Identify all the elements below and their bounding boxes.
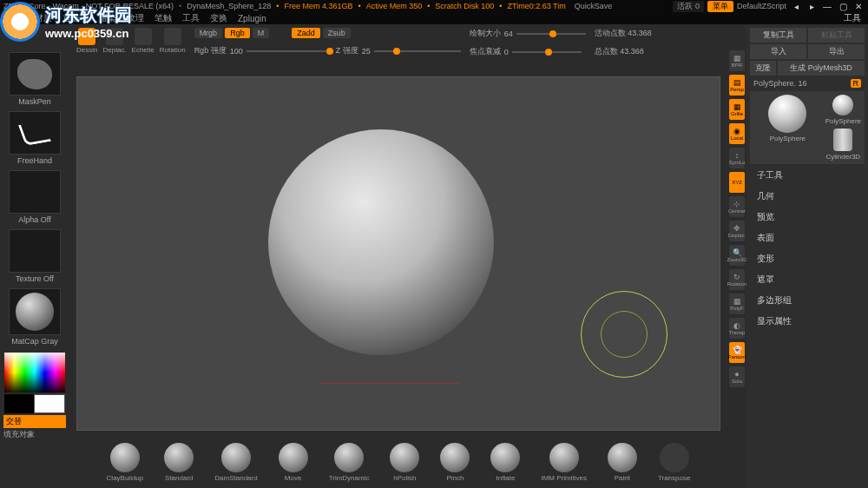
rotation-button[interactable]: ↻Rotation bbox=[729, 269, 745, 290]
symlo-button[interactable]: ↕SymLo bbox=[729, 148, 745, 168]
section-surface[interactable]: 表面 bbox=[750, 228, 865, 247]
focal-shift-slider[interactable]: 焦点衰减 0 bbox=[470, 46, 586, 57]
mode-echelle[interactable]: Echelle bbox=[132, 28, 155, 54]
menu-item[interactable]: 变换 bbox=[210, 12, 227, 24]
local-button[interactable]: ◉Local bbox=[729, 123, 745, 144]
fill-toggle[interactable]: 交替 bbox=[3, 415, 66, 428]
section-preview[interactable]: 预览 bbox=[750, 208, 865, 227]
menu-item[interactable]: Zplugin bbox=[238, 14, 266, 23]
transp-button[interactable]: ◐Transp bbox=[729, 318, 745, 339]
draw-size-slider[interactable]: 绘制大小 64 bbox=[470, 28, 586, 39]
material-thumb[interactable] bbox=[9, 288, 61, 335]
tool-polysphere-active[interactable]: PolySphere bbox=[753, 95, 822, 161]
centrer-button[interactable]: ⊹Centrer bbox=[729, 196, 745, 217]
texture-thumb[interactable] bbox=[9, 229, 61, 273]
grille-button[interactable]: ▦Grille bbox=[729, 99, 745, 120]
brush-move[interactable]: Move bbox=[279, 443, 308, 482]
menu-item[interactable]: 首选项 bbox=[62, 12, 89, 24]
stroke-label: FreeHand bbox=[17, 156, 52, 165]
min-icon[interactable]: — bbox=[821, 2, 833, 11]
solo-button[interactable]: ●Solo bbox=[729, 366, 745, 387]
bpr-button[interactable]: ▦BPR bbox=[729, 50, 745, 71]
zsub-button[interactable]: Zsub bbox=[323, 28, 351, 38]
fantom-button[interactable]: 👻Fantom bbox=[729, 342, 745, 363]
section-geometry[interactable]: 几何 bbox=[750, 187, 865, 206]
brush-transpose[interactable]: Transpose bbox=[658, 443, 691, 482]
menu-item[interactable]: 灯光 bbox=[7, 12, 24, 24]
tool-palette: PolySphere PolySphere Cylinder3D bbox=[750, 91, 865, 164]
swatch-black[interactable] bbox=[4, 394, 34, 413]
brush-pinch[interactable]: Pinch bbox=[440, 443, 470, 482]
alpha-label: Alpha Off bbox=[18, 215, 50, 224]
section-subtool[interactable]: 子工具 bbox=[750, 166, 865, 185]
menu-item[interactable]: 笔触 bbox=[155, 12, 172, 24]
restore-button[interactable]: R bbox=[851, 79, 862, 88]
left-panel: MaskPen FreeHand Alpha Off Texture Off M… bbox=[0, 24, 69, 488]
max-icon[interactable]: ▢ bbox=[837, 2, 849, 11]
brush-trimdynamic[interactable]: TrimDynamic bbox=[329, 443, 370, 482]
mrgb-button[interactable]: Mrgb bbox=[194, 28, 223, 38]
section-mask[interactable]: 遮罩 bbox=[750, 270, 865, 289]
brush-label: MaskPen bbox=[18, 97, 51, 106]
deplac-button[interactable]: ✥Deplac. bbox=[729, 221, 745, 241]
brush-paint[interactable]: Paint bbox=[608, 443, 637, 482]
persp-button[interactable]: ▤Persp bbox=[729, 75, 745, 96]
make-polymesh-button[interactable]: 生成 PolyMesh3D bbox=[778, 61, 865, 76]
color-swatches[interactable] bbox=[4, 394, 65, 413]
prev-icon[interactable]: ◂ bbox=[790, 2, 802, 11]
menu-item[interactable]: 纹理 bbox=[127, 12, 144, 24]
right-rail: ▦BPR ▤Persp ▦Grille ◉Local ↕SymLo XYZ ⊹C… bbox=[727, 24, 746, 488]
tool-polysphere[interactable]: PolySphere bbox=[825, 95, 861, 125]
swatch-white[interactable] bbox=[34, 394, 65, 413]
brush-imm[interactable]: IMM Primitives bbox=[541, 443, 586, 482]
menu-item[interactable]: 材质 bbox=[35, 12, 52, 24]
section-polygroups[interactable]: 多边形组 bbox=[750, 291, 865, 310]
brush-hpolish[interactable]: hPolish bbox=[390, 443, 419, 482]
copy-tool-button[interactable]: 复制工具 bbox=[750, 28, 806, 43]
rgb-intensity-slider[interactable]: Rgb 强度 100 bbox=[194, 45, 333, 56]
mode-dessin[interactable]: Dessin bbox=[76, 28, 97, 54]
polyf-button[interactable]: ▦PolyF bbox=[729, 293, 745, 314]
stroke-thumb[interactable] bbox=[9, 111, 61, 155]
brush-damstandard[interactable]: DamStandard bbox=[214, 443, 257, 482]
m-button[interactable]: M bbox=[253, 28, 270, 38]
menu-item[interactable]: 渲染 bbox=[99, 12, 116, 24]
zoom3d-button[interactable]: 🔍Zoom3D bbox=[729, 245, 745, 266]
tool-cylinder3d[interactable]: Cylinder3D bbox=[825, 129, 861, 161]
paste-tool-button[interactable]: 粘贴工具 bbox=[808, 28, 865, 43]
mode-rotation[interactable]: Rotation bbox=[160, 28, 186, 54]
viewport[interactable] bbox=[76, 76, 720, 431]
brush-inflate[interactable]: Inflate bbox=[490, 443, 520, 482]
export-button[interactable]: 导出 bbox=[808, 44, 865, 59]
z-intensity-slider[interactable]: Z 强度 25 bbox=[336, 45, 461, 56]
color-picker[interactable] bbox=[4, 353, 65, 392]
zadd-button[interactable]: Zadd bbox=[292, 28, 320, 38]
brush-standard[interactable]: Standard bbox=[164, 443, 194, 482]
menu-item[interactable]: 工具 bbox=[182, 12, 200, 24]
active-mem: Active Mem 350 bbox=[366, 2, 423, 10]
activity-indicator: 活跃 0 bbox=[673, 1, 704, 12]
mode-deplac[interactable]: Deplac. bbox=[102, 28, 126, 54]
tool-name: PolySphere. 16 bbox=[753, 79, 807, 88]
next-icon[interactable]: ▸ bbox=[806, 2, 818, 11]
rgb-button[interactable]: Rgb bbox=[225, 28, 250, 38]
section-deform[interactable]: 变形 bbox=[750, 249, 865, 268]
section-display[interactable]: 显示属性 bbox=[750, 312, 865, 331]
menubar: 灯光 材质 首选项 渲染 纹理 笔触 工具 变换 Zplugin 工具 bbox=[0, 12, 868, 24]
quicksave-button[interactable]: QuickSave bbox=[575, 2, 613, 10]
brush-claybuildup[interactable]: ClayBuildup bbox=[107, 443, 144, 482]
script-name: DefaultZScript bbox=[737, 2, 786, 10]
menu-button[interactable]: 菜单 bbox=[707, 1, 733, 12]
xyz-button[interactable]: XYZ bbox=[729, 172, 745, 193]
alpha-thumb[interactable] bbox=[9, 170, 61, 214]
top-controls: Dessin Deplac. Echelle Rotation Mrgb Rgb… bbox=[69, 24, 727, 71]
tool-panel-title: 工具 bbox=[844, 12, 861, 24]
close-icon[interactable]: ✕ bbox=[852, 2, 865, 11]
import-button[interactable]: 导入 bbox=[750, 44, 806, 59]
material-label: MatCap Gray bbox=[11, 337, 58, 346]
clone-button[interactable]: 克隆 bbox=[750, 61, 776, 76]
fill-label: 填充对象 bbox=[3, 429, 66, 440]
brush-thumb[interactable] bbox=[9, 52, 61, 96]
app-title: ZBrushCore - Wacom - NOT FOR RESALE (x64… bbox=[3, 2, 174, 10]
sphere-mesh bbox=[268, 129, 494, 355]
